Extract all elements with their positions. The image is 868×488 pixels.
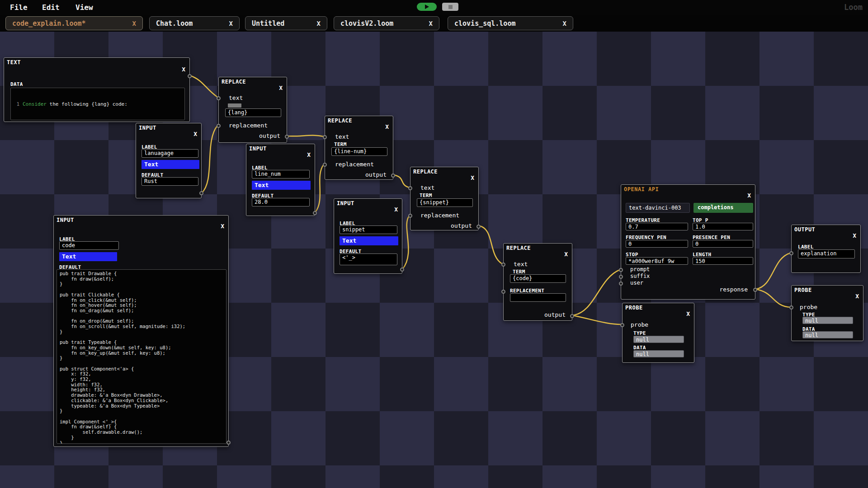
- replacement-input-port[interactable]: [408, 214, 412, 218]
- tab-label: clovis_sql.loom: [454, 19, 515, 28]
- label-field[interactable]: snippet: [340, 225, 397, 234]
- text-input-port[interactable]: [408, 186, 412, 190]
- output-port[interactable]: [199, 191, 203, 195]
- label-field[interactable]: explanation: [798, 249, 855, 258]
- menu-view[interactable]: View: [75, 3, 93, 12]
- type-button[interactable]: Text: [142, 160, 199, 169]
- input-code-node[interactable]: INPUT X LABEL code Text DEFAULT pub trai…: [53, 215, 229, 447]
- menu-edit[interactable]: Edit: [42, 3, 60, 12]
- top-p-field[interactable]: 1.0: [693, 223, 753, 230]
- node-header: REPLACE: [506, 245, 531, 251]
- tab-close-icon[interactable]: X: [132, 20, 136, 27]
- text-prompt-node[interactable]: TEXT X DATA 1Consider the following {lan…: [4, 57, 190, 122]
- label-field[interactable]: lanuagage: [142, 149, 198, 158]
- close-icon[interactable]: X: [686, 310, 690, 317]
- temperature-field[interactable]: 0.7: [626, 223, 688, 230]
- stop-field[interactable]: *a000wer8uf 9w: [626, 257, 688, 265]
- text-input-port[interactable]: [217, 96, 221, 100]
- openai-api-node[interactable]: OPENAI API X text-davinci-003 completion…: [621, 184, 755, 300]
- app-logo: Loom: [844, 3, 863, 12]
- default-code-editor[interactable]: pub trait Drawable { fn draw(&self); } p…: [57, 269, 226, 444]
- replacement-field[interactable]: [510, 293, 566, 302]
- response-output-port[interactable]: [753, 288, 757, 292]
- output-port[interactable]: [391, 174, 395, 178]
- term-field[interactable]: {lang}: [225, 108, 281, 117]
- close-icon[interactable]: X: [279, 84, 283, 91]
- tab-untitled[interactable]: Untitled X: [245, 16, 327, 30]
- text-input-port[interactable]: [323, 135, 327, 139]
- input-language-node[interactable]: INPUT X LABEL lanuagage Text DEFAULT Rus…: [136, 123, 202, 198]
- tab-label: Untitled: [252, 19, 284, 28]
- tab-code-explain[interactable]: code_explain.loom* X: [5, 16, 143, 30]
- replacement-input-port[interactable]: [323, 163, 327, 167]
- close-icon[interactable]: X: [385, 123, 389, 130]
- replace-snippet-node[interactable]: REPLACE X text TERM {snippet} replacemen…: [410, 167, 479, 230]
- node-header: INPUT: [57, 217, 74, 223]
- type-button[interactable]: Text: [59, 252, 117, 261]
- output-port[interactable]: [285, 135, 289, 139]
- menu-file[interactable]: File: [10, 3, 28, 12]
- input-snippet-node[interactable]: INPUT X LABEL snippet Text DEFAULT <'_>: [334, 198, 402, 274]
- presence-pen-field[interactable]: 0: [693, 240, 753, 248]
- node-header: INPUT: [249, 145, 267, 152]
- length-field[interactable]: 150: [693, 257, 753, 265]
- close-icon[interactable]: X: [193, 131, 197, 137]
- tab-close-icon[interactable]: X: [317, 20, 321, 27]
- output-node[interactable]: OUTPUT X LABEL explanation: [791, 225, 861, 273]
- output-port[interactable]: [313, 211, 317, 215]
- tab-clovisv2[interactable]: clovisV2.loom X: [334, 16, 439, 30]
- close-icon[interactable]: X: [564, 251, 568, 258]
- default-field[interactable]: Rust: [142, 177, 198, 186]
- close-icon[interactable]: X: [855, 293, 859, 300]
- label-field[interactable]: code: [59, 241, 119, 250]
- close-icon[interactable]: X: [394, 206, 398, 213]
- endpoint-selector[interactable]: completions: [693, 203, 753, 213]
- type-button[interactable]: Text: [340, 236, 398, 245]
- term-field[interactable]: {code}: [510, 274, 566, 283]
- term-field[interactable]: {snippet}: [417, 198, 473, 207]
- play-icon: [425, 5, 429, 9]
- default-field[interactable]: 28.0: [252, 198, 310, 206]
- close-icon[interactable]: X: [471, 174, 474, 181]
- close-icon[interactable]: X: [221, 223, 224, 230]
- model-selector[interactable]: text-davinci-003: [626, 203, 690, 213]
- tab-close-icon[interactable]: X: [229, 20, 233, 27]
- output-port[interactable]: [570, 314, 574, 318]
- output-port[interactable]: [226, 441, 231, 445]
- probe-node-1[interactable]: PROBE X probe TYPE null DATA null: [622, 303, 694, 363]
- close-icon[interactable]: X: [182, 66, 185, 73]
- probe-input-port[interactable]: [620, 323, 624, 327]
- probe-node-2[interactable]: PROBE X probe TYPE null DATA null: [791, 285, 863, 341]
- user-input-port[interactable]: [619, 282, 623, 286]
- tab-close-icon[interactable]: X: [429, 20, 433, 27]
- prompt-template-editor[interactable]: 1Consider the following {lang} code: 2{c…: [10, 88, 185, 120]
- text-input-port[interactable]: [501, 263, 505, 267]
- output-port[interactable]: [400, 267, 404, 272]
- tab-chat[interactable]: Chat.loom X: [149, 16, 240, 30]
- replace-linenum-node[interactable]: REPLACE X text TERM {line-num} replaceme…: [325, 116, 393, 180]
- frequency-pen-field[interactable]: 0: [626, 240, 688, 248]
- suffix-input-port[interactable]: [619, 275, 623, 279]
- replacement-input-port[interactable]: [217, 124, 221, 128]
- tab-clovis-sql[interactable]: clovis_sql.loom X: [448, 16, 573, 30]
- output-port[interactable]: [188, 74, 192, 78]
- play-button[interactable]: [417, 3, 437, 11]
- replace-lang-node[interactable]: REPLACE X text {lang} replacement output: [218, 77, 287, 143]
- type-button[interactable]: Text: [252, 181, 311, 190]
- value-input-port[interactable]: [789, 251, 793, 255]
- close-icon[interactable]: X: [307, 151, 311, 158]
- replacement-input-port[interactable]: [501, 290, 505, 294]
- prompt-input-port[interactable]: [619, 268, 623, 272]
- input-linenum-node[interactable]: INPUT X LABEL line_num Text DEFAULT 28.0: [246, 144, 315, 216]
- close-icon[interactable]: X: [747, 192, 751, 199]
- output-port[interactable]: [476, 225, 481, 229]
- label-field[interactable]: line_num: [252, 170, 310, 178]
- stop-button[interactable]: [442, 3, 458, 11]
- default-field[interactable]: <'_>: [340, 253, 397, 265]
- term-label-box[interactable]: [228, 103, 241, 108]
- replace-code-node[interactable]: REPLACE X text TERM {code} REPLACEMENT o…: [503, 243, 572, 321]
- close-icon[interactable]: X: [853, 232, 856, 239]
- term-field[interactable]: {line-num}: [331, 147, 387, 156]
- tab-close-icon[interactable]: X: [563, 20, 566, 27]
- probe-input-port[interactable]: [789, 305, 793, 310]
